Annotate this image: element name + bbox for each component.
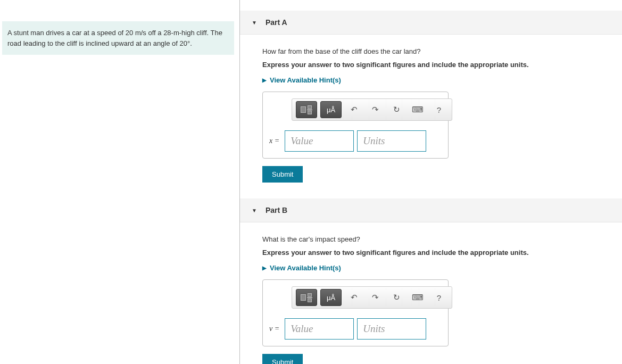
fraction-line bbox=[307, 297, 312, 298]
redo-icon[interactable]: ↷ bbox=[366, 289, 384, 305]
reset-icon[interactable]: ↻ bbox=[387, 289, 405, 305]
part-a-value-input[interactable] bbox=[285, 130, 354, 152]
part-a-units-input[interactable] bbox=[357, 130, 426, 152]
part-a-hints-toggle[interactable]: ▶ View Available Hint(s) bbox=[262, 76, 610, 84]
part-a-question: How far from the base of the cliff does … bbox=[262, 47, 610, 55]
fraction-whole-box bbox=[301, 106, 306, 113]
part-b-header[interactable]: ▼ Part B bbox=[240, 198, 622, 222]
undo-icon[interactable]: ↶ bbox=[345, 289, 363, 305]
part-b-instruction: Express your answer to two significant f… bbox=[262, 249, 610, 257]
keyboard-icon[interactable]: ⌨ bbox=[409, 102, 427, 118]
redo-icon[interactable]: ↷ bbox=[366, 102, 384, 118]
fraction-template-button[interactable] bbox=[296, 101, 317, 118]
fraction-line bbox=[307, 110, 312, 110]
problem-statement: A stunt man drives a car at a speed of 2… bbox=[2, 21, 234, 55]
undo-icon[interactable]: ↶ bbox=[345, 102, 363, 118]
part-b-value-input[interactable] bbox=[285, 318, 354, 340]
part-b-question: What is the car's impact speed? bbox=[262, 235, 610, 243]
fraction-den-box bbox=[308, 111, 312, 114]
part-b-title: Part B bbox=[266, 206, 287, 214]
caret-down-icon: ▼ bbox=[252, 208, 257, 213]
fraction-num-box bbox=[308, 293, 312, 297]
part-b: ▼ Part B What is the car's impact speed?… bbox=[240, 198, 622, 364]
part-b-variable-label: v = bbox=[269, 325, 279, 333]
equation-toolbar: μÅ ↶ ↷ ↻ ⌨ ? bbox=[292, 98, 452, 121]
part-b-units-input[interactable] bbox=[357, 318, 426, 340]
triangle-right-icon: ▶ bbox=[262, 265, 267, 271]
fraction-template-button[interactable] bbox=[296, 289, 317, 306]
part-a-title: Part A bbox=[266, 18, 287, 27]
part-a-variable-label: x = bbox=[269, 137, 279, 145]
equation-toolbar: μÅ ↶ ↷ ↻ ⌨ ? bbox=[292, 286, 452, 309]
part-a: ▼ Part A How far from the base of the cl… bbox=[240, 11, 622, 183]
hints-label: View Available Hint(s) bbox=[270, 76, 341, 84]
hints-label: View Available Hint(s) bbox=[270, 264, 341, 272]
fraction-den-box bbox=[308, 299, 312, 302]
units-menu-button[interactable]: μÅ bbox=[320, 101, 342, 118]
keyboard-icon[interactable]: ⌨ bbox=[409, 289, 427, 305]
help-icon[interactable]: ? bbox=[430, 289, 448, 305]
help-icon[interactable]: ? bbox=[430, 102, 448, 118]
part-b-answer-area: μÅ ↶ ↷ ↻ ⌨ ? v = bbox=[262, 279, 449, 346]
triangle-right-icon: ▶ bbox=[262, 77, 267, 83]
part-a-instruction: Express your answer to two significant f… bbox=[262, 61, 610, 69]
caret-down-icon: ▼ bbox=[252, 20, 257, 26]
part-a-answer-area: μÅ ↶ ↷ ↻ ⌨ ? x = bbox=[262, 92, 449, 159]
part-a-header[interactable]: ▼ Part A bbox=[240, 11, 622, 35]
fraction-whole-box bbox=[301, 294, 306, 301]
units-menu-button[interactable]: μÅ bbox=[320, 289, 342, 306]
part-a-submit-button[interactable]: Submit bbox=[262, 166, 303, 183]
part-b-submit-button[interactable]: Submit bbox=[262, 354, 303, 364]
fraction-num-box bbox=[308, 105, 312, 109]
part-b-hints-toggle[interactable]: ▶ View Available Hint(s) bbox=[262, 264, 610, 272]
reset-icon[interactable]: ↻ bbox=[387, 102, 405, 118]
